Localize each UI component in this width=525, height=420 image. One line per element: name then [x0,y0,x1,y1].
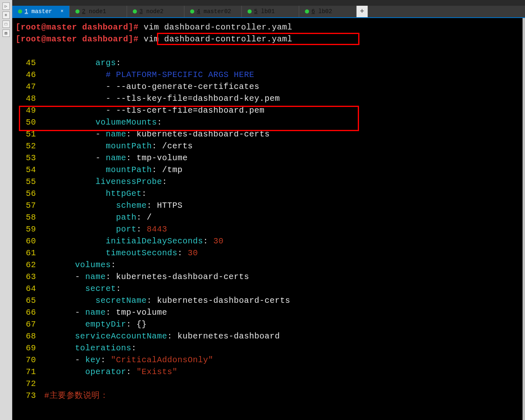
status-dot-icon [18,9,22,14]
code-line: 46 # PLATFORM-SPECIFIC ARGS HERE [16,69,523,81]
tab-lb01[interactable]: 5 lb01 [242,6,299,17]
tab-node2[interactable]: 3 node2 [127,6,184,17]
code-line: 72 [16,378,523,390]
prompt-line-1: [root@master dashboard]# vim dashboard-c… [16,21,523,33]
code-line: 58 path: / [16,211,523,223]
code-line: 51 - name: kubernetes-dashboard-certs [16,128,523,140]
tab-label: lb02 [318,8,332,15]
prompt-line-2: [root@master dashboard]# vim dashboard-c… [16,33,523,45]
code-line: 60 initialDelaySeconds: 30 [16,235,523,247]
code-line: 62 volumes: [16,259,523,271]
status-dot-icon [190,9,194,14]
code-line: 67 emptyDir: {} [16,318,523,330]
status-dot-icon [133,9,137,14]
tab-label: node2 [146,8,164,15]
code-line: 54 mountPath: /tmp [16,164,523,176]
titlebar [12,0,525,6]
side-btn-2[interactable]: ≡ [2,11,10,19]
code-line: 70 - key: "CriticalAddonsOnly" [16,354,523,366]
code-line: 48 - --tls-key-file=dashboard-key.pem [16,93,523,104]
side-btn-3[interactable]: □ [2,20,10,28]
side-btn-1[interactable]: ▷ [2,2,10,10]
tab-number: 3 [139,8,143,15]
tab-master02[interactable]: 4 master02 [184,6,242,17]
code-line: 68 serviceAccountName: kubernetes-dashbo… [16,330,523,342]
tab-label: master02 [204,8,231,15]
new-tab-button[interactable]: + [357,6,368,17]
status-dot-icon [305,9,309,14]
tab-master[interactable]: 1 master × [12,6,70,17]
status-dot-icon [248,9,252,14]
code-line: 65 secretName: kubernetes-dashboard-cert… [16,295,523,306]
tab-label: master [32,8,52,15]
code-line: 61 timeoutSeconds: 30 [16,247,523,259]
close-icon[interactable]: × [61,9,64,14]
code-line: 56 httpGet: [16,188,523,200]
left-sidebar: ▷ ≡ □ ▤ [0,0,12,420]
code-line: 59 port: 8443 [16,223,523,235]
tab-bar: 1 master × 2 node1 3 node2 4 master02 5 … [12,6,525,18]
tab-number: 2 [82,8,85,15]
main-area: 1 master × 2 node1 3 node2 4 master02 5 … [12,0,525,420]
terminal[interactable]: [root@master dashboard]# vim dashboard-c… [12,18,525,420]
code-line: 50 volumeMounts: [16,116,523,128]
code-line: 55 livenessProbe: [16,176,523,188]
tab-label: lb01 [261,8,275,15]
tab-number: 6 [311,8,315,15]
tab-number: 4 [197,8,200,15]
tab-node1[interactable]: 2 node1 [70,6,127,17]
code-line: 45 args: [16,57,523,69]
code-line: 66 - name: tmp-volume [16,306,523,318]
status-dot-icon [75,9,80,14]
code-line: 53 - name: tmp-volume [16,152,523,164]
code-line: 69 tolerations: [16,342,523,354]
tab-number: 1 [25,8,28,15]
code-line: 73#主要参数说明： [16,390,523,402]
app-root: ▷ ≡ □ ▤ 1 master × 2 node1 3 node2 4 mas… [0,0,525,420]
tab-number: 5 [254,8,257,15]
code-line: 63 - name: kubernetes-dashboard-certs [16,271,523,283]
code-line: 49 - --tls-cert-file=dashboard.pem [16,104,523,116]
tab-label: node1 [89,8,106,15]
code-line: 71 operator: "Exists" [16,366,523,378]
code-line: 57 scheme: HTTPS [16,200,523,211]
side-btn-4[interactable]: ▤ [2,30,10,37]
code-line: 64 secret: [16,283,523,295]
code-line: 47 - --auto-generate-certificates [16,81,523,93]
blank-line [16,45,523,57]
tab-lb02[interactable]: 6 lb02 [299,6,357,17]
code-line: 52 mountPath: /certs [16,140,523,152]
